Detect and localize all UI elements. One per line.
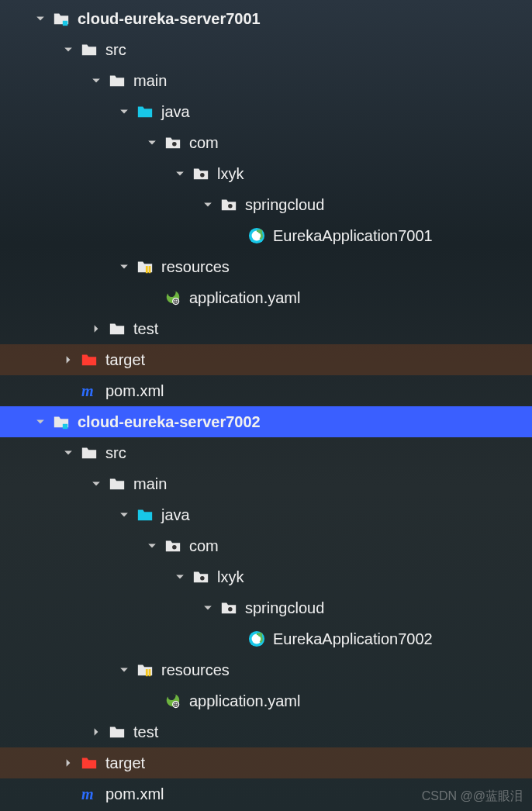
tree-row-srv2-lxyk[interactable]: lxyk [0, 561, 532, 592]
chevron-down-icon[interactable] [202, 198, 214, 211]
package-folder-icon [220, 599, 237, 616]
tree-label: lxyk [217, 165, 244, 183]
tree-label: com [189, 537, 219, 555]
spring-class-icon [248, 227, 265, 244]
chevron-down-icon[interactable] [34, 416, 47, 428]
tree-row-srv2-target[interactable]: target [0, 747, 532, 778]
tree-row-srv2-test[interactable]: test [0, 716, 532, 747]
tree-row-srv1-target[interactable]: target [0, 344, 532, 375]
chevron-down-icon[interactable] [62, 447, 74, 459]
tree-row-srv1-springcloud[interactable]: springcloud [0, 189, 532, 220]
tree-label: java [161, 103, 190, 121]
tree-label: com [189, 134, 219, 152]
tree-row-srv1-main[interactable]: main [0, 65, 532, 96]
chevron-down-icon[interactable] [34, 12, 47, 25]
chevron-down-icon[interactable] [174, 571, 186, 583]
folder-icon [109, 72, 126, 89]
chevron-down-icon[interactable] [118, 105, 130, 118]
tree-row-srv1-yaml[interactable]: application.yaml [0, 282, 532, 313]
tree-label: application.yaml [189, 289, 300, 307]
tree-row-srv2-resources[interactable]: resources [0, 654, 532, 685]
chevron-down-icon[interactable] [118, 664, 130, 676]
tree-row-srv1-com[interactable]: com [0, 127, 532, 158]
tree-row-srv1-lxyk[interactable]: lxyk [0, 158, 532, 189]
tree-label: springcloud [245, 196, 324, 214]
tree-label: target [105, 351, 145, 369]
resources-folder-icon [136, 661, 154, 678]
maven-file-icon: m [81, 382, 98, 399]
tree-label: test [133, 320, 158, 338]
spring-file-icon [164, 289, 181, 306]
tree-row-srv1-src[interactable]: src [0, 34, 532, 65]
spring-class-icon [248, 630, 265, 647]
svg-text:m: m [81, 382, 94, 399]
chevron-down-icon[interactable] [90, 478, 102, 490]
svg-point-14 [200, 576, 205, 581]
tree-label: main [133, 475, 167, 493]
svg-point-18 [258, 633, 263, 637]
svg-text:m: m [81, 785, 94, 802]
spring-file-icon [164, 692, 181, 709]
tree-label: main [133, 72, 167, 90]
chevron-right-icon[interactable] [62, 354, 74, 366]
tree-row-srv1-test[interactable]: test [0, 313, 532, 344]
tree-label: springcloud [245, 599, 324, 617]
chevron-right-icon[interactable] [90, 726, 102, 738]
svg-point-6 [258, 229, 263, 234]
chevron-down-icon[interactable] [90, 74, 102, 87]
svg-rect-12 [63, 424, 67, 429]
tree-row-srv2-main[interactable]: main [0, 468, 532, 499]
tree-row-srv2-yaml[interactable]: application.yaml [0, 685, 532, 716]
tree-row-srv1[interactable]: cloud-eureka-server7001 [0, 3, 532, 34]
folder-icon [81, 41, 98, 58]
chevron-right-icon[interactable] [62, 757, 74, 769]
package-folder-icon [220, 196, 237, 213]
tree-label: resources [161, 258, 230, 276]
project-tree: cloud-eureka-server7001srcmainjavacomlxy… [0, 0, 532, 809]
source-folder-icon [136, 506, 154, 523]
tree-label: EurekaApplication7001 [273, 227, 433, 245]
chevron-right-icon[interactable] [90, 323, 102, 335]
resources-folder-icon [136, 258, 154, 275]
tree-label: EurekaApplication7002 [273, 630, 433, 648]
chevron-down-icon[interactable] [146, 136, 158, 149]
tree-row-srv1-pom[interactable]: mpom.xml [0, 375, 532, 406]
tree-label: pom.xml [105, 382, 164, 400]
tree-row-srv2-com[interactable]: com [0, 530, 532, 561]
tree-label: java [161, 506, 190, 524]
tree-row-srv2-springcloud[interactable]: springcloud [0, 592, 532, 623]
chevron-down-icon[interactable] [174, 167, 186, 180]
package-folder-icon [164, 134, 181, 151]
package-folder-icon [192, 165, 209, 182]
package-folder-icon [192, 568, 209, 585]
tree-row-srv1-resources[interactable]: resources [0, 251, 532, 282]
chevron-down-icon[interactable] [202, 602, 214, 614]
chevron-down-icon[interactable] [146, 540, 158, 552]
tree-label: src [105, 444, 126, 462]
module-folder-icon [53, 413, 70, 430]
tree-row-srv2[interactable]: cloud-eureka-server7002 [0, 406, 532, 437]
tree-row-srv2-src[interactable]: src [0, 437, 532, 468]
svg-point-13 [172, 545, 177, 550]
svg-rect-0 [63, 21, 67, 26]
maven-file-icon: m [81, 785, 98, 802]
folder-icon [109, 723, 126, 740]
svg-rect-20 [149, 669, 151, 676]
tree-label: target [105, 754, 145, 772]
target-folder-icon [81, 754, 98, 771]
svg-rect-7 [146, 266, 148, 273]
chevron-down-icon[interactable] [118, 509, 130, 521]
folder-icon [109, 320, 126, 337]
tree-row-srv2-app[interactable]: EurekaApplication7002 [0, 623, 532, 654]
tree-row-srv2-java[interactable]: java [0, 499, 532, 530]
tree-row-srv1-java[interactable]: java [0, 96, 532, 127]
svg-point-15 [228, 607, 233, 612]
tree-row-srv1-app[interactable]: EurekaApplication7001 [0, 220, 532, 251]
tree-label: cloud-eureka-server7002 [78, 413, 261, 431]
folder-icon [81, 444, 98, 461]
chevron-down-icon[interactable] [62, 43, 74, 56]
package-folder-icon [164, 537, 181, 554]
tree-label: pom.xml [105, 785, 164, 803]
tree-label: resources [161, 661, 230, 679]
chevron-down-icon[interactable] [118, 261, 130, 273]
